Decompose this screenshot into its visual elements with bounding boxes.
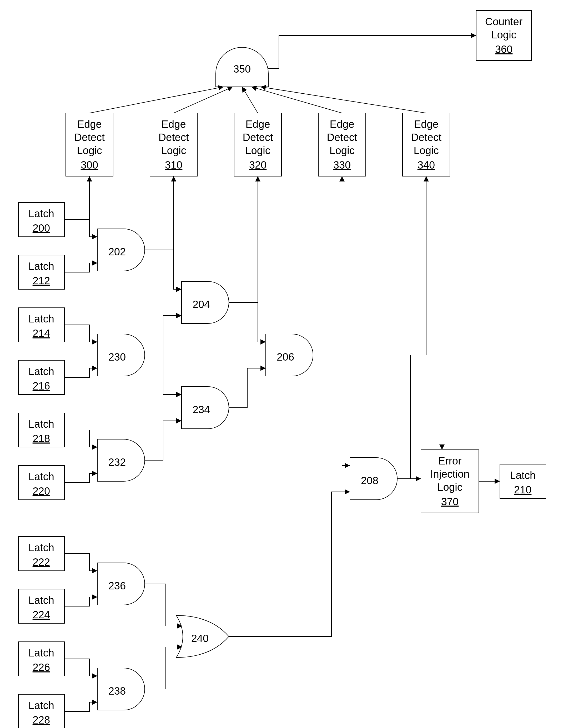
svg-text:Edge: Edge xyxy=(414,118,438,130)
svg-text:234: 234 xyxy=(192,404,210,415)
edge-detect-310: Edge Detect Logic 310 xyxy=(150,113,197,176)
svg-text:240: 240 xyxy=(191,633,209,644)
svg-text:Detect: Detect xyxy=(74,132,105,143)
svg-text:Injection: Injection xyxy=(430,468,470,480)
latch-200: Latch 200 xyxy=(18,203,64,237)
svg-text:340: 340 xyxy=(418,159,435,171)
and-gate-234: 234 xyxy=(181,387,229,429)
logic-diagram: Latch 200 Latch 212 Latch 214 Latch 216 … xyxy=(0,0,568,728)
svg-text:Logic: Logic xyxy=(330,145,355,156)
latch-224: Latch 224 xyxy=(18,589,64,623)
svg-text:Counter: Counter xyxy=(485,16,523,27)
and-gate-202: 202 xyxy=(97,229,145,271)
svg-text:Logic: Logic xyxy=(245,145,270,156)
svg-text:Detect: Detect xyxy=(327,132,357,143)
or-gate-240: 240 xyxy=(176,615,229,658)
svg-text:212: 212 xyxy=(33,275,50,286)
svg-text:Latch: Latch xyxy=(28,208,54,219)
svg-text:Latch: Latch xyxy=(28,260,54,272)
latch-220: Latch 220 xyxy=(18,466,64,500)
svg-text:330: 330 xyxy=(333,159,351,171)
svg-text:200: 200 xyxy=(33,222,50,234)
svg-text:Latch: Latch xyxy=(28,313,54,325)
svg-text:Latch: Latch xyxy=(28,594,54,606)
svg-text:Edge: Edge xyxy=(77,118,101,130)
svg-text:Edge: Edge xyxy=(330,118,354,130)
latch-226: Latch 226 xyxy=(18,642,64,676)
and-gate-236: 236 xyxy=(97,563,145,605)
svg-text:350: 350 xyxy=(233,63,251,75)
and-gate-204: 204 xyxy=(181,281,229,323)
latch-214: Latch 214 xyxy=(18,308,64,342)
svg-text:Error: Error xyxy=(438,455,462,467)
and-gate-230: 230 xyxy=(97,334,145,376)
svg-text:Logic: Logic xyxy=(77,145,102,156)
svg-text:208: 208 xyxy=(361,475,379,486)
svg-text:Latch: Latch xyxy=(28,700,54,711)
svg-text:Latch: Latch xyxy=(28,471,54,482)
svg-text:214: 214 xyxy=(33,327,50,339)
and-gate-238: 238 xyxy=(97,668,145,710)
latch-210: Latch 210 xyxy=(500,464,546,498)
svg-text:Detect: Detect xyxy=(158,132,189,143)
svg-text:Edge: Edge xyxy=(245,118,270,130)
svg-text:Latch: Latch xyxy=(28,542,54,553)
svg-text:300: 300 xyxy=(81,159,98,171)
svg-text:Logic: Logic xyxy=(437,481,463,493)
svg-text:320: 320 xyxy=(249,159,267,171)
latch-216: Latch 216 xyxy=(18,360,64,395)
and-gate-206: 206 xyxy=(266,334,313,376)
svg-text:222: 222 xyxy=(33,556,50,568)
and-gate-232: 232 xyxy=(97,439,145,481)
svg-text:204: 204 xyxy=(192,299,210,310)
svg-text:Latch: Latch xyxy=(510,469,536,481)
edge-detect-340: Edge Detect Logic 340 xyxy=(403,113,450,176)
svg-text:202: 202 xyxy=(108,246,126,257)
edge-detect-320: Edge Detect Logic 320 xyxy=(234,113,281,176)
svg-text:Latch: Latch xyxy=(28,418,54,430)
svg-text:210: 210 xyxy=(514,484,532,496)
latch-228: Latch 228 xyxy=(18,694,64,728)
svg-text:238: 238 xyxy=(108,685,126,697)
latch-212: Latch 212 xyxy=(18,255,64,289)
svg-text:236: 236 xyxy=(108,580,126,591)
svg-text:Detect: Detect xyxy=(242,132,273,143)
svg-text:Detect: Detect xyxy=(411,132,442,143)
svg-text:228: 228 xyxy=(33,714,50,726)
svg-text:230: 230 xyxy=(108,351,126,363)
counter-logic-360: Counter Logic 360 xyxy=(476,11,531,60)
svg-text:Edge: Edge xyxy=(161,118,186,130)
svg-text:206: 206 xyxy=(277,351,295,363)
svg-text:224: 224 xyxy=(33,609,50,620)
svg-text:Latch: Latch xyxy=(28,366,54,377)
and-gate-350: 350 xyxy=(216,47,268,87)
svg-text:370: 370 xyxy=(441,496,459,507)
svg-text:310: 310 xyxy=(165,159,182,171)
svg-text:Logic: Logic xyxy=(414,145,439,156)
svg-text:Logic: Logic xyxy=(161,145,186,156)
svg-text:220: 220 xyxy=(33,485,50,497)
svg-text:360: 360 xyxy=(495,43,513,55)
latch-218: Latch 218 xyxy=(18,413,64,447)
latch-222: Latch 222 xyxy=(18,537,64,571)
edge-detect-300: Edge Detect Logic 300 xyxy=(66,113,113,176)
svg-text:Latch: Latch xyxy=(28,647,54,659)
and-gate-208: 208 xyxy=(350,458,397,500)
svg-text:226: 226 xyxy=(33,661,50,673)
svg-text:216: 216 xyxy=(33,380,50,392)
svg-text:Logic: Logic xyxy=(491,29,516,41)
svg-text:218: 218 xyxy=(33,433,50,444)
error-injection-logic-370: Error Injection Logic 370 xyxy=(421,450,479,513)
edge-detect-330: Edge Detect Logic 330 xyxy=(318,113,366,176)
svg-text:232: 232 xyxy=(108,456,126,468)
